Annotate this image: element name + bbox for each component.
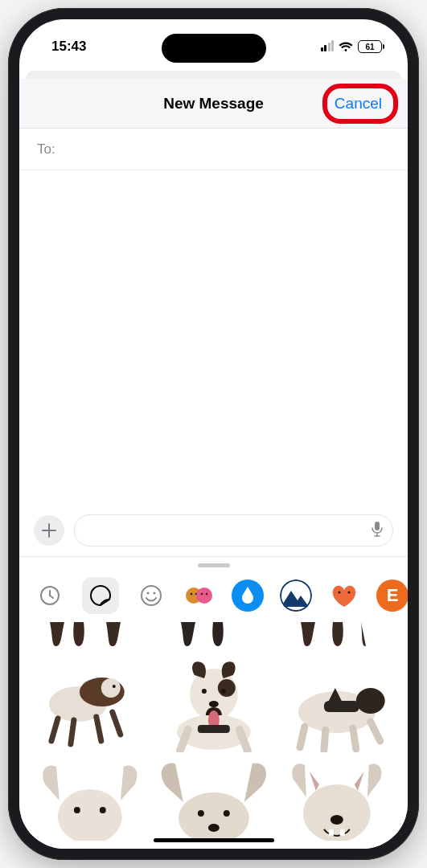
svg-point-24 [209,701,219,707]
svg-point-6 [191,593,193,596]
conversation-area [19,170,408,508]
microphone-icon[interactable] [372,521,383,540]
to-label: To: [37,141,55,158]
svg-point-21 [217,679,235,697]
compose-bar [19,508,408,556]
etsy-e-label: E [387,585,399,606]
svg-point-36 [208,824,220,832]
memoji-group-icon [185,583,214,608]
cellular-signal-icon [321,42,335,51]
mountain-icon [280,579,312,612]
svg-point-22 [202,689,207,694]
sticker-shape-icon [88,583,113,608]
orange-heart-icon [329,583,359,608]
dog-sticker-ears-1[interactable] [34,760,146,841]
recent-app-button[interactable] [34,579,66,612]
memoji-group-app-button[interactable] [183,579,216,612]
to-field-row[interactable]: To: [19,129,408,170]
svg-point-14 [347,591,350,593]
svg-point-28 [356,688,385,714]
svg-rect-41 [329,829,334,836]
dog-sticker-play[interactable] [34,656,146,752]
heart-app-button[interactable] [328,579,360,612]
svg-point-13 [338,591,340,593]
svg-point-10 [206,593,208,596]
svg-point-18 [113,685,116,688]
dog-sticker-face[interactable] [281,760,393,841]
water-app-button[interactable] [232,579,264,612]
svg-point-31 [74,807,80,813]
dynamic-island [162,34,266,63]
svg-rect-42 [340,829,345,836]
svg-point-3 [146,592,149,594]
dog-sticker-legs-3[interactable] [289,622,385,649]
svg-point-2 [142,586,161,605]
svg-point-8 [196,588,212,604]
memoji-app-button[interactable] [135,579,167,612]
dog-sticker-legs-1[interactable] [42,622,138,649]
svg-point-30 [58,789,122,841]
svg-point-23 [220,689,225,694]
svg-point-32 [100,807,106,813]
mountain-app-button[interactable] [280,579,312,612]
modal-header: New Message Cancel [19,79,408,129]
svg-point-4 [153,592,155,594]
sticker-drawer: E [19,556,408,849]
status-right: 61 [321,40,383,53]
svg-point-40 [331,815,343,825]
home-indicator[interactable] [154,838,274,842]
etsy-app-button[interactable]: E [376,579,408,612]
cancel-button[interactable]: Cancel [326,90,390,117]
screen: 15:43 61 New Message Cancel [19,19,408,849]
clock-icon [39,584,61,607]
dog-sticker-tongue[interactable] [158,656,270,752]
phone-frame: 15:43 61 New Message Cancel [8,8,419,860]
dog-sticker-legs-2[interactable] [165,622,261,649]
stickers-app-button[interactable] [82,577,119,614]
battery-icon: 61 [358,40,382,53]
svg-point-33 [179,792,249,841]
drawer-grab-handle[interactable] [198,563,230,567]
app-strip: E [19,572,408,622]
status-time: 15:43 [51,39,86,55]
battery-level: 61 [365,43,374,51]
smiley-icon [139,583,163,608]
plus-icon [42,523,56,538]
sticker-row-cropped [19,622,408,653]
svg-rect-26 [198,725,230,733]
page-title: New Message [163,95,264,113]
svg-point-34 [198,810,204,817]
svg-point-17 [101,678,121,698]
message-input[interactable] [74,514,393,547]
dog-sticker-side[interactable] [281,656,393,752]
svg-rect-0 [375,522,380,530]
svg-point-35 [223,810,229,817]
add-attachment-button[interactable] [34,515,64,546]
water-drop-icon [240,586,256,605]
wifi-icon [339,41,353,52]
sheet-stack-hint [26,71,401,79]
sticker-grid [19,653,408,849]
svg-point-37 [303,784,371,841]
svg-point-9 [201,593,203,596]
svg-rect-29 [324,701,359,712]
dog-sticker-ears-2[interactable] [158,760,270,841]
